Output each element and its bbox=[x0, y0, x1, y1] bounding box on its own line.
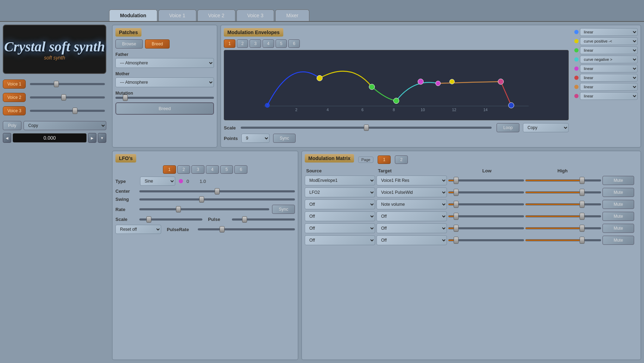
rate-thumb[interactable] bbox=[176, 206, 181, 212]
breed-active-button[interactable]: Breed bbox=[145, 39, 170, 49]
high-slider-1[interactable] bbox=[525, 176, 601, 185]
voice2-slider-thumb[interactable] bbox=[61, 94, 66, 101]
loop-button[interactable]: Loop bbox=[497, 123, 519, 132]
source-select-4[interactable]: Off bbox=[305, 211, 375, 221]
prev-arrow-button[interactable]: ◀ bbox=[3, 133, 11, 143]
env-tab-6[interactable]: 6 bbox=[288, 39, 300, 48]
target-select-5[interactable]: Off bbox=[377, 223, 447, 233]
reset-select[interactable]: Reset off bbox=[115, 225, 161, 234]
tab-voice3[interactable]: Voice 3 bbox=[236, 9, 274, 21]
points-select[interactable]: 9 bbox=[241, 134, 270, 143]
voice2-button[interactable]: Voice 2 bbox=[3, 93, 26, 102]
voice1-button[interactable]: Voice 1 bbox=[3, 79, 26, 89]
mutation-thumb[interactable] bbox=[123, 95, 128, 101]
tab-modulation[interactable]: Modulation bbox=[109, 9, 157, 21]
copy-env-select[interactable]: Copy bbox=[523, 123, 569, 132]
lfo-tab-5[interactable]: 5 bbox=[220, 165, 233, 174]
scale-lfo-slider[interactable] bbox=[139, 218, 202, 221]
scale-thumb[interactable] bbox=[364, 125, 369, 131]
lfo-tab-3[interactable]: 3 bbox=[191, 165, 204, 174]
high-slider-5[interactable] bbox=[525, 224, 601, 233]
env-tab-4[interactable]: 4 bbox=[263, 39, 274, 48]
mother-select[interactable]: --- Atmosphere bbox=[115, 77, 214, 87]
source-select-2[interactable]: LFO2 bbox=[305, 187, 375, 197]
mutation-slider[interactable] bbox=[115, 97, 214, 99]
page-tab-1[interactable]: 1 bbox=[378, 155, 391, 164]
curve-select-8[interactable]: linear bbox=[580, 92, 638, 100]
pulse-slider[interactable] bbox=[232, 218, 295, 221]
poly-button[interactable]: Poly bbox=[3, 121, 21, 130]
next-arrow-button[interactable]: ▶ bbox=[88, 133, 96, 143]
voice3-button[interactable]: Voice 3 bbox=[3, 106, 26, 115]
low-slider-6[interactable] bbox=[448, 236, 524, 244]
env-tab-1[interactable]: 1 bbox=[224, 39, 235, 48]
voice1-slider-thumb[interactable] bbox=[54, 81, 59, 87]
voice3-slider-thumb[interactable] bbox=[72, 108, 77, 114]
curve-select-7[interactable]: linear bbox=[580, 83, 638, 91]
center-slider[interactable] bbox=[139, 190, 295, 192]
high-slider-6[interactable] bbox=[525, 236, 601, 244]
mute-button-3[interactable]: Mute bbox=[602, 200, 634, 209]
scale-lfo-thumb[interactable] bbox=[146, 216, 151, 223]
curve-select-3[interactable]: linear bbox=[580, 46, 638, 54]
page-tab-2[interactable]: 2 bbox=[395, 155, 408, 164]
target-select-2[interactable]: Voice1 PulseWid bbox=[377, 187, 447, 197]
target-select-6[interactable]: Off bbox=[377, 235, 447, 245]
low-slider-4[interactable] bbox=[448, 212, 524, 221]
curve-select-1[interactable]: linear bbox=[580, 28, 638, 36]
scale-slider[interactable] bbox=[241, 127, 492, 129]
envelope-canvas[interactable]: 2 4 6 8 10 12 14 bbox=[224, 50, 569, 120]
source-select-5[interactable]: Off bbox=[305, 223, 375, 233]
rate-slider[interactable] bbox=[139, 208, 269, 210]
mute-button-5[interactable]: Mute bbox=[602, 224, 634, 233]
pulse-thumb[interactable] bbox=[242, 216, 247, 223]
target-select-1[interactable]: Voice1 Filt Res bbox=[377, 176, 447, 185]
low-slider-1[interactable] bbox=[448, 176, 524, 185]
env-tab-3[interactable]: 3 bbox=[250, 39, 261, 48]
source-select-3[interactable]: Off bbox=[305, 199, 375, 209]
target-select-4[interactable]: Off bbox=[377, 211, 447, 221]
voice3-slider-track[interactable] bbox=[30, 110, 105, 112]
voice2-slider-track[interactable] bbox=[30, 96, 105, 98]
curve-select-2[interactable]: curve positive -< bbox=[580, 37, 638, 45]
target-select-3[interactable]: Note volume bbox=[377, 199, 447, 209]
pulse-rate-thumb[interactable] bbox=[220, 226, 225, 233]
high-slider-4[interactable] bbox=[525, 212, 601, 221]
lfo-sync-button[interactable]: Sync bbox=[272, 205, 295, 214]
low-slider-5[interactable] bbox=[448, 224, 524, 233]
high-slider-3[interactable] bbox=[525, 200, 601, 209]
source-select-1[interactable]: ModEnvelope1 bbox=[305, 176, 375, 185]
mute-button-6[interactable]: Mute bbox=[602, 236, 634, 245]
swing-thumb[interactable] bbox=[199, 196, 204, 203]
mute-button-1[interactable]: Mute bbox=[602, 176, 634, 185]
browse-button[interactable]: Browse bbox=[115, 39, 143, 49]
env-tab-5[interactable]: 5 bbox=[276, 39, 287, 48]
low-slider-3[interactable] bbox=[448, 200, 524, 209]
father-select[interactable]: --- Atmosphere bbox=[115, 58, 214, 68]
tab-voice2[interactable]: Voice 2 bbox=[197, 9, 235, 21]
mute-button-4[interactable]: Mute bbox=[602, 212, 634, 221]
lfo-tab-4[interactable]: 4 bbox=[206, 165, 219, 174]
curve-select-5[interactable]: linear bbox=[580, 65, 638, 72]
mute-button-2[interactable]: Mute bbox=[602, 188, 634, 197]
type-select[interactable]: Sine bbox=[140, 177, 175, 186]
lfo-tab-2[interactable]: 2 bbox=[177, 165, 190, 174]
down-arrow-button[interactable]: ▼ bbox=[98, 133, 106, 143]
env-tab-2[interactable]: 2 bbox=[237, 39, 248, 48]
tab-voice1[interactable]: Voice 1 bbox=[158, 9, 196, 21]
swing-slider[interactable] bbox=[139, 198, 295, 200]
tab-mixer[interactable]: Mixer bbox=[275, 9, 309, 21]
low-slider-2[interactable] bbox=[448, 188, 524, 197]
pulse-rate-slider[interactable] bbox=[198, 228, 295, 230]
breed-large-button[interactable]: Breed bbox=[115, 102, 214, 115]
lfo-tab-1[interactable]: 1 bbox=[163, 165, 176, 174]
voice1-slider-track[interactable] bbox=[30, 83, 105, 85]
center-thumb[interactable] bbox=[215, 188, 220, 195]
high-slider-2[interactable] bbox=[525, 188, 601, 197]
sync-button[interactable]: Sync bbox=[273, 134, 296, 143]
curve-select-4[interactable]: curve negative > bbox=[580, 56, 638, 63]
copy-mode-select[interactable]: Copy bbox=[24, 121, 106, 130]
lfo-tab-6[interactable]: 6 bbox=[234, 165, 247, 174]
source-select-6[interactable]: Off bbox=[305, 235, 375, 245]
curve-select-6[interactable]: linear bbox=[580, 74, 638, 82]
